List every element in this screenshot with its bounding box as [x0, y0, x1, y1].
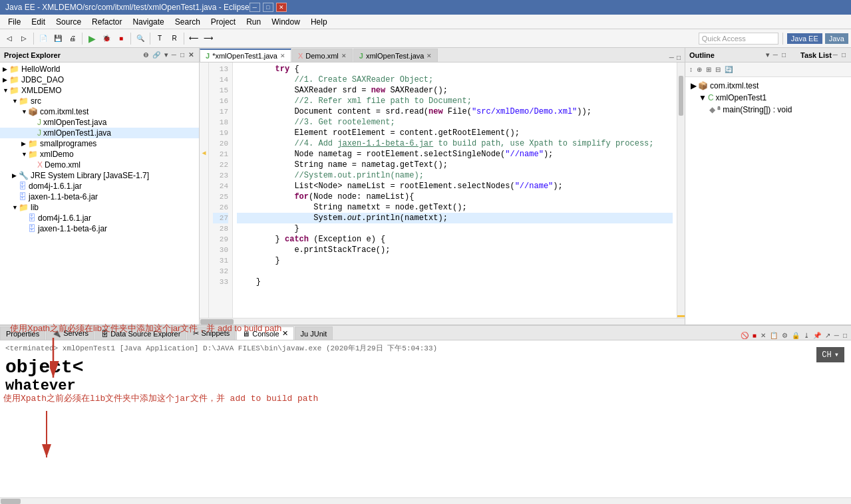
tab-xmlopentest1[interactable]: J *xmlOpenTest1.java ✕	[200, 49, 291, 62]
gutter-25	[200, 190, 208, 201]
outline-maximize-icon[interactable]: □	[780, 51, 787, 59]
vertical-scrollbar[interactable]	[677, 63, 685, 318]
tab-close-demo[interactable]: ✕	[341, 53, 347, 59]
tab-xmlopentest[interactable]: J xmlOpenTest.java ✕	[353, 49, 438, 62]
close-button[interactable]: ✕	[276, 3, 287, 12]
menu-run[interactable]: Run	[241, 16, 266, 28]
console-scroll-lock-icon[interactable]: 🔒	[790, 331, 801, 340]
collapse-all-icon[interactable]: ⊖	[142, 51, 150, 59]
hscroll-bar[interactable]	[200, 318, 685, 324]
tree-item-xmlopentest1[interactable]: J xmlOpenTest1.java	[0, 128, 199, 138]
menu-source[interactable]: Source	[51, 16, 86, 28]
maximize-button[interactable]: □	[263, 3, 273, 12]
toolbar-print[interactable]: 🖨	[66, 32, 79, 45]
close-panel-icon[interactable]: ✕	[187, 51, 195, 59]
tree-item-xmldemo[interactable]: ▼ 📁 XMLDEMO	[0, 85, 199, 96]
menu-window[interactable]: Window	[266, 16, 305, 28]
outline-item-main[interactable]: ◆ ⁸ main(String[]) : void	[688, 104, 848, 116]
toolbar-save[interactable]: 💾	[51, 32, 65, 45]
console-pin-icon[interactable]: 📌	[812, 331, 822, 340]
console-stop-icon[interactable]: ■	[751, 331, 758, 340]
tree-item-lib-dom4j[interactable]: 🗄 dom4j-1.6.1.jar	[0, 213, 199, 223]
tab-close-xmlopentest[interactable]: ✕	[426, 53, 432, 59]
menu-search[interactable]: Search	[170, 16, 206, 28]
console-close-icon[interactable]: ✕	[759, 331, 767, 340]
menu-refactor[interactable]: Refactor	[86, 16, 127, 28]
console-options-icon[interactable]: ⚙	[780, 331, 789, 340]
console-scroll-end-icon[interactable]: ⤓	[802, 331, 810, 340]
tree-item-src[interactable]: ▼ 📁 src	[0, 96, 199, 106]
toolbar-open-type[interactable]: T	[153, 32, 166, 45]
code-20: //4. Add jaxen-1.1-beta-6.jar to build p…	[237, 138, 673, 149]
editor-minimize-icon[interactable]: ─	[668, 53, 675, 62]
toolbar-run[interactable]: ▶	[85, 32, 98, 45]
outline-sort-icon[interactable]: ↕	[688, 65, 694, 74]
toolbar-new[interactable]: 📄	[37, 32, 50, 45]
menu-project[interactable]: Project	[206, 16, 241, 28]
console-newwin-icon[interactable]: ↗	[824, 331, 832, 340]
tree-item-dom4j[interactable]: 🗄 dom4j-1.6.1.jar	[0, 181, 199, 191]
toolbar-next-edit[interactable]: ⟶	[202, 32, 215, 45]
toolbar-debug[interactable]: 🐞	[100, 32, 113, 45]
minimize-panel-icon[interactable]: ─	[170, 51, 178, 59]
outline-menu-icon[interactable]: ▾	[765, 51, 770, 59]
outline-sync-icon[interactable]: 🔄	[723, 65, 734, 74]
console-maximize-icon[interactable]: □	[842, 331, 848, 340]
tree-item-lib[interactable]: ▼ 📁 lib	[0, 202, 199, 213]
perspective-java[interactable]: Java	[825, 33, 848, 44]
tree-item-jaxen[interactable]: 🗄 jaxen-1.1-beta-6.jar	[0, 191, 199, 202]
tasklist-maximize-icon[interactable]: □	[840, 51, 847, 59]
scrollbar-thumb[interactable]	[679, 76, 683, 116]
console-tab-close[interactable]: ✕	[282, 329, 288, 338]
code-content[interactable]: try { //1. Create SAXReader Object; SAXR…	[233, 63, 677, 318]
editor-maximize-icon[interactable]: □	[675, 53, 682, 62]
tree-item-xmlopentest[interactable]: J xmlOpenTest.java	[0, 117, 199, 128]
tab-junit[interactable]: Ju JUnit	[295, 326, 333, 340]
toolbar-back[interactable]: ◁	[3, 32, 16, 45]
outline-item-pkg[interactable]: ▶ 📦 com.itxml.test	[688, 80, 848, 92]
tab-demo-xml[interactable]: X Demo.xml ✕	[292, 49, 353, 62]
outline-item-class[interactable]: ▼ C xmlOpenTest1	[688, 92, 848, 104]
console-hscroll[interactable]	[0, 497, 851, 504]
outline-filter-icon[interactable]: ⊕	[695, 65, 703, 74]
console-hscroll-thumb[interactable]	[1, 499, 21, 504]
tab-datasource[interactable]: 🗄 Data Source Explorer	[95, 326, 186, 340]
outline-minimize-icon[interactable]: ─	[772, 51, 779, 59]
toolbar-search[interactable]: 🔍	[134, 32, 147, 45]
link-icon[interactable]: 🔗	[151, 51, 162, 59]
console-copy-icon[interactable]: 📋	[768, 331, 779, 340]
outline-collapse-icon[interactable]: ⊟	[714, 65, 722, 74]
tree-item-helloworld[interactable]: ▶ 📁 HelloWorld	[0, 64, 199, 74]
tree-item-demo-xml[interactable]: X Demo.xml	[0, 160, 199, 170]
tab-servers[interactable]: 🔌 Servers	[46, 326, 94, 340]
menu-edit[interactable]: Edit	[26, 16, 51, 28]
quick-access-input[interactable]: Quick Access	[699, 33, 778, 45]
toolbar-open-resource[interactable]: R	[168, 32, 181, 45]
tree-item-lib-jaxen[interactable]: 🗄 jaxen-1.1-beta-6.jar	[0, 223, 199, 234]
menu-navigate[interactable]: Navigate	[127, 16, 169, 28]
tasklist-minimize-icon[interactable]: ─	[832, 51, 839, 59]
console-clear-icon[interactable]: 🚫	[739, 331, 750, 340]
tree-item-xmldemo-folder[interactable]: ▼ 📁 xmlDemo	[0, 149, 199, 160]
tab-console[interactable]: 🖥 Console ✕	[236, 326, 293, 340]
perspective-javaee[interactable]: Java EE	[787, 33, 822, 44]
tab-properties[interactable]: Properties	[0, 326, 45, 340]
toolbar-fwd[interactable]: ▷	[17, 32, 31, 45]
tree-item-jre[interactable]: ▶ 🔧 JRE System Library [JavaSE-1.7]	[0, 170, 199, 181]
ch-button[interactable]: CH ▾	[816, 347, 844, 362]
outline-expand-icon[interactable]: ⊞	[705, 65, 713, 74]
minimize-button[interactable]: ─	[250, 3, 260, 12]
menu-help[interactable]: Help	[305, 16, 333, 28]
hscroll-thumb[interactable]	[200, 319, 234, 324]
console-minimize-icon[interactable]: ─	[833, 331, 840, 340]
toolbar-prev-edit[interactable]: ⟵	[187, 32, 200, 45]
toolbar-stop[interactable]: ■	[114, 32, 128, 45]
menu-file[interactable]: File	[3, 16, 26, 28]
tree-item-pkg[interactable]: ▼ 📦 com.itxml.test	[0, 106, 199, 117]
tab-snippets[interactable]: ✂ Snippets	[187, 326, 236, 340]
tree-item-small[interactable]: ▶ 📁 smallprogrames	[0, 138, 199, 149]
tree-item-jdbc[interactable]: ▶ 📁 JDBC_DAO	[0, 74, 199, 85]
maximize-panel-icon[interactable]: □	[179, 51, 186, 59]
tab-close-xmlopentest1[interactable]: ✕	[280, 53, 285, 59]
menu-icon[interactable]: ▾	[163, 51, 169, 59]
